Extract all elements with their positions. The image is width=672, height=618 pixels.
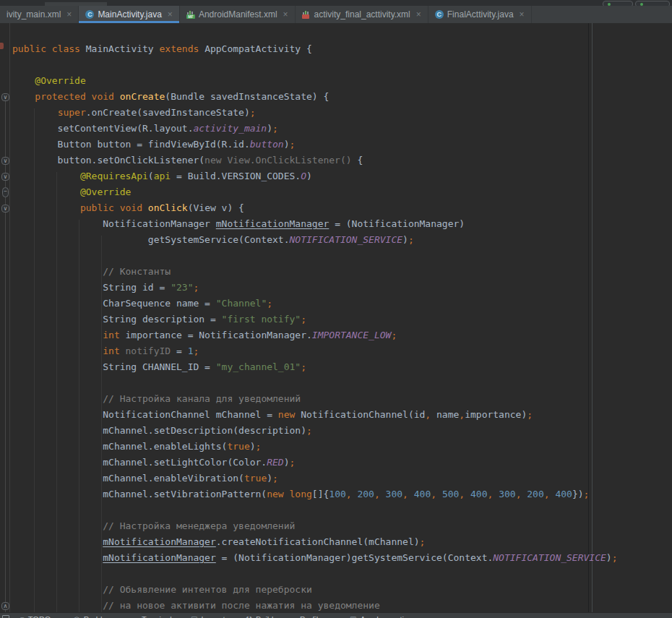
code-token (12, 266, 103, 277)
code-line[interactable]: mChannel.setDescription(description); (12, 423, 618, 439)
code-line[interactable]: String CHANNEL_ID = "my_channel_01"; (12, 359, 618, 375)
code-line[interactable]: setContentView(R.layout.activity_main); (12, 121, 618, 137)
code-token (408, 489, 414, 499)
code-line[interactable]: NotificationChannel mChannel = new Notif… (12, 407, 618, 423)
code-line[interactable]: button.setOnClickListener(new View.OnCli… (12, 153, 618, 168)
code-token: mChannel.enableVibration( (12, 473, 244, 484)
toolbar-item-problems[interactable]: ◉Problems (74, 615, 117, 618)
code-token: ; (193, 346, 199, 356)
code-token: @RequiresApi (80, 171, 148, 181)
code-line[interactable]: protected void onCreate(Bundle savedInst… (12, 89, 618, 105)
code-token: void (120, 202, 142, 213)
code-token: , (431, 489, 436, 499)
code-token: int (103, 330, 119, 340)
fold-marker-icon[interactable]: ∨ (1, 157, 9, 165)
code-line[interactable]: String description = "first notify"; (12, 312, 618, 327)
code-line[interactable]: public void onClick(View v) { (12, 200, 618, 216)
code-line[interactable]: @Override (12, 73, 618, 89)
fold-marker-icon[interactable]: ∧ (1, 602, 9, 610)
code-line[interactable]: String id = "23"; (12, 280, 618, 296)
toolbar-item-app-inspection[interactable]: ▣App Inspection (350, 615, 413, 618)
code-line[interactable]: int notifyID = 1; (12, 343, 618, 359)
toolbar-item-todo[interactable]: ≡TODO (20, 615, 51, 618)
tool-window-stripe-icon[interactable] (2, 615, 9, 618)
code-token (12, 107, 58, 118)
tab-close-icon[interactable]: × (168, 9, 173, 20)
code-line[interactable] (12, 248, 618, 264)
toolbar-item-label: Build (256, 615, 273, 618)
code-line[interactable]: public class MainActivity extends AppCom… (12, 41, 618, 57)
fold-marker-icon[interactable]: ∨ (1, 93, 9, 101)
code-token: mChannel.setVibrationPattern( (12, 489, 267, 499)
code-line[interactable]: @Override (12, 184, 618, 200)
code-token: extends (160, 43, 199, 54)
code-line[interactable]: getSystemService(Context.NOTIFICATION_SE… (12, 232, 618, 248)
tab-close-icon[interactable]: × (416, 9, 421, 20)
code-token: O (301, 171, 306, 181)
code-line[interactable]: // на новое активити после нажатия на ув… (12, 598, 618, 612)
code-line[interactable]: mChannel.enableLights(true); (12, 439, 618, 455)
code-editor[interactable]: public class MainActivity extends AppCom… (0, 23, 672, 612)
code-token (12, 346, 103, 356)
code-token (12, 91, 35, 102)
code-token: @Override (80, 186, 131, 197)
code-token: button (250, 139, 284, 150)
code-line[interactable]: mChannel.setVibrationPattern(new long[]{… (12, 486, 618, 502)
code-token: super (58, 107, 86, 118)
editor-tab-activity_final_acttivity.xml[interactable]: activity_final_acttivity.xml× (296, 6, 428, 23)
toolbar-item-profiler[interactable]: ◔Profiler (292, 615, 325, 618)
java-class-icon: C (435, 10, 444, 19)
editor-tab-FinalActtivity.java[interactable]: CFinalActtivity.java× (428, 6, 532, 23)
code-token: mChannel.enableLights( (12, 441, 227, 452)
code-token (12, 330, 103, 340)
fold-marker-icon[interactable]: ∨ (1, 205, 9, 213)
tab-close-icon[interactable]: × (283, 9, 288, 20)
code-line[interactable] (12, 566, 618, 582)
code-line[interactable] (12, 502, 618, 518)
toolbar-item-label: Problems (84, 615, 117, 618)
tab-close-icon[interactable]: × (520, 9, 525, 20)
code-token: []{ (312, 489, 329, 499)
code-token: api (154, 171, 171, 181)
code-token: // на новое активити после нажатия на ув… (103, 600, 380, 611)
code-token: ) (606, 552, 612, 563)
code-line[interactable]: int importance = NotificationManager.IMP… (12, 327, 618, 343)
editor-tab-ivity_main.xml[interactable]: ivity_main.xml× (0, 6, 79, 23)
code-line[interactable]: mNotificationManager = (NotificationMana… (12, 550, 618, 566)
code-token: 200 (357, 489, 374, 499)
code-line[interactable]: mChannel.setLightColor(Color.RED); (12, 455, 618, 471)
code-token: ) (250, 441, 256, 452)
code-token: mChannel.setLightColor(Color. (12, 457, 267, 468)
code-token: AppCompatActivity { (199, 43, 312, 54)
code-line[interactable]: // Настройка канала для уведомлений (12, 391, 618, 407)
code-line[interactable] (12, 57, 618, 73)
code-line[interactable]: // Константы (12, 264, 618, 280)
fold-marker-icon[interactable]: ∨ (1, 173, 9, 181)
toolbar-item-build[interactable]: ⚒Build (246, 615, 273, 618)
code-line[interactable]: // Настройка менеджера уведомлений (12, 518, 618, 534)
tab-close-icon[interactable]: × (66, 9, 72, 20)
code-line[interactable]: NotificationManager mNotificationManager… (12, 216, 618, 232)
code-token: "Channel" (216, 298, 267, 309)
code-token: NotificationManager (12, 218, 216, 229)
tab-label: activity_final_acttivity.xml (314, 9, 410, 20)
code-line[interactable]: Button button = findViewById(R.id.button… (12, 137, 618, 153)
code-token (46, 43, 52, 54)
fold-marker-icon[interactable]: − (2, 187, 9, 197)
toolbar-item-logcat[interactable]: ▤Logcat (191, 615, 225, 618)
code-line[interactable]: // Обьявление интентов для переброски (12, 582, 618, 598)
code-token: NotificationChannel mChannel = (12, 409, 278, 420)
code-token: new View.OnClickListener() (204, 155, 352, 166)
code-line[interactable] (12, 375, 618, 391)
code-line[interactable]: super.onCreate(savedInstanceState); (12, 105, 618, 121)
code-line[interactable]: @RequiresApi(api = Build.VERSION_CODES.O… (12, 168, 618, 184)
code-line[interactable]: CharSequence name = "Channel"; (12, 296, 618, 312)
code-token: new (278, 409, 295, 420)
toolbar-item-terminal[interactable]: ▸Terminal (134, 615, 172, 618)
code-token: ) (267, 473, 272, 484)
code-line[interactable]: mChannel.enableVibration(true); (12, 471, 618, 486)
editor-tab-AndroidManifest.xml[interactable]: MFAndroidManifest.xml× (180, 6, 296, 23)
code-token: new (267, 489, 283, 499)
editor-tab-MainActivity.java[interactable]: CMainActivity.java× (79, 6, 180, 23)
code-line[interactable]: mNotificationManager.createNotificationC… (12, 534, 618, 550)
